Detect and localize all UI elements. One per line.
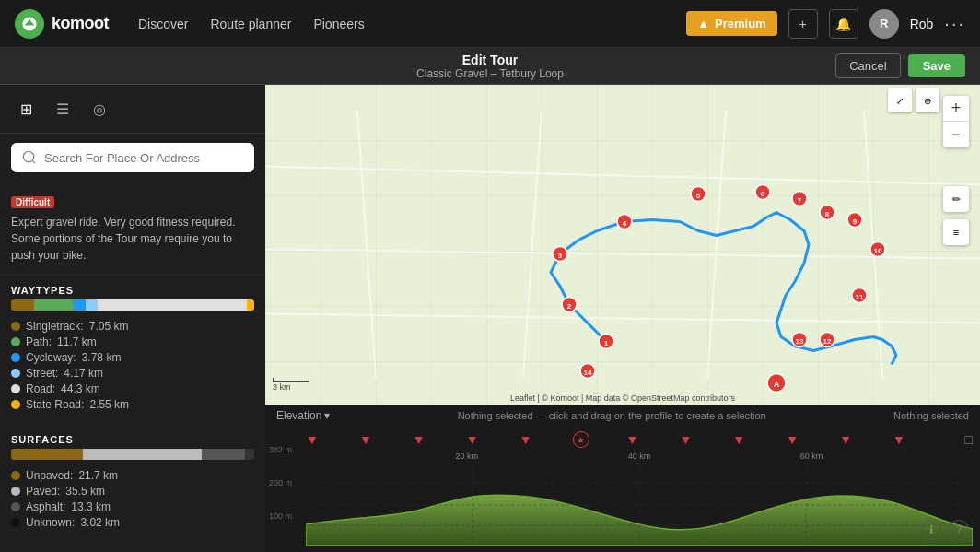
waytype-value: 11.7 km xyxy=(57,335,97,348)
scale-line xyxy=(273,378,309,382)
elevation-hint-right: Nothing selected xyxy=(893,410,969,421)
add-button[interactable]: + xyxy=(788,9,818,39)
waytype-dot xyxy=(11,353,20,362)
elevation-bottom-icons: ℹ ? xyxy=(921,520,969,540)
elevation-chart[interactable]: 382 m 200 m 100 m ▼ ▼ ▼ ▼ ▼ ★ ▼ ▼ ▼ ▼ xyxy=(265,426,980,546)
map-settings-button[interactable]: ≡ xyxy=(943,219,969,245)
elev-label-100: 100 m xyxy=(269,509,292,523)
elevation-info-button[interactable]: ℹ xyxy=(921,520,941,540)
elevation-label[interactable]: Elevation ▾ xyxy=(276,409,330,422)
surfaces-section: Unpaved: 21.7 km Paved: 35.5 km Asphalt:… xyxy=(0,449,265,543)
nav-pioneers[interactable]: Pioneers xyxy=(313,17,364,31)
svg-text:7: 7 xyxy=(798,196,802,205)
save-button[interactable]: Save xyxy=(908,54,965,77)
elev-waypoint-1: ▼ xyxy=(359,432,372,447)
svg-text:14: 14 xyxy=(584,369,592,377)
svg-text:A: A xyxy=(774,380,780,389)
sidebar: ⊞ ☰ ◎ Difficult Expert gravel ride. Very… xyxy=(0,85,265,552)
waytype-bar-segment xyxy=(34,299,73,311)
waytype-stat-row: Road: 44.3 km xyxy=(11,382,254,395)
scale-bar: 3 km xyxy=(273,378,309,392)
difficulty-badge: Difficult xyxy=(11,196,54,208)
notifications-button[interactable]: 🔔 xyxy=(829,9,858,39)
svg-text:11: 11 xyxy=(856,293,864,301)
elev-waypoint-5: ▼ xyxy=(626,432,639,447)
map-edit-button[interactable]: ✏ xyxy=(943,186,969,212)
surface-bar-segment xyxy=(11,449,83,460)
map-top-controls: ⤢ ⊕ xyxy=(888,88,939,112)
svg-text:12: 12 xyxy=(823,337,832,346)
waytype-value: 2.55 km xyxy=(89,398,129,411)
surface-dot xyxy=(11,502,20,511)
nav-discover[interactable]: Discover xyxy=(138,17,188,31)
surface-value: 21.7 km xyxy=(78,469,118,482)
waytype-dot xyxy=(11,384,20,393)
sidebar-view-controls: ⊞ ☰ ◎ xyxy=(0,85,265,134)
surface-dot xyxy=(11,487,20,496)
tour-description-text: Expert gravel ride. Very good fitness re… xyxy=(11,214,254,264)
waytype-dot xyxy=(11,322,20,331)
waytype-value: 3.78 km xyxy=(82,351,122,364)
elevation-panel: Elevation ▾ Nothing selected — click and… xyxy=(265,405,980,552)
elev-waypoint-2: ▼ xyxy=(413,432,426,447)
surface-label: Unknown: 3.02 km xyxy=(11,516,120,529)
waytype-value: 44.3 km xyxy=(61,382,100,395)
cancel-button[interactable]: Cancel xyxy=(835,53,900,78)
elev-waypoint-start: ▼ xyxy=(306,432,319,447)
svg-text:10: 10 xyxy=(874,247,882,255)
surface-dot xyxy=(11,518,20,527)
surface-stat-row: Unknown: 3.02 km xyxy=(11,516,254,529)
sidebar-preview-button[interactable]: ◎ xyxy=(85,94,114,123)
waytype-name: Street: xyxy=(26,367,58,380)
surfaces-stats: Unpaved: 21.7 km Paved: 35.5 km Asphalt:… xyxy=(11,469,254,529)
edit-tour-bar: Edit Tour Classic Gravel – Tetbury Loop … xyxy=(0,48,980,85)
waytype-name: Path: xyxy=(26,335,52,348)
waytype-stat-row: Singletrack: 7.05 km xyxy=(11,320,254,333)
waytype-dot xyxy=(11,369,20,378)
map-container[interactable]: A 1 2 3 4 5 6 xyxy=(265,85,980,405)
waytypes-title: WAYTYPES xyxy=(0,276,265,299)
zoom-out-button[interactable]: − xyxy=(943,122,969,147)
logo[interactable]: komoot xyxy=(15,9,109,39)
search-input[interactable] xyxy=(44,151,243,165)
map-area: A 1 2 3 4 5 6 xyxy=(265,85,980,552)
elevation-help-button[interactable]: ? xyxy=(949,520,969,540)
svg-line-3 xyxy=(707,112,726,379)
sidebar-list-view-button[interactable]: ☰ xyxy=(48,94,77,123)
waytype-bar-segment xyxy=(98,299,246,311)
elev-waypoint-4: ▼ xyxy=(519,432,532,447)
map-fullscreen-button[interactable]: ⤢ xyxy=(888,88,912,112)
search-box xyxy=(11,143,254,172)
map-attribution: Leaflet | © Komoot | Map data © OpenStre… xyxy=(510,393,735,403)
nav-route-planner[interactable]: Route planner xyxy=(210,17,291,31)
avatar[interactable]: R xyxy=(869,9,899,39)
waytypes-stats: Singletrack: 7.05 km Path: 11.7 km Cycle… xyxy=(11,320,254,411)
elev-label-200: 200 m xyxy=(269,476,292,490)
sidebar-map-view-button[interactable]: ⊞ xyxy=(11,94,41,123)
svg-line-1 xyxy=(357,112,376,379)
waytypes-section: Singletrack: 7.05 km Path: 11.7 km Cycle… xyxy=(0,299,265,425)
surface-value: 35.5 km xyxy=(65,485,105,498)
surface-name: Paved: xyxy=(26,485,60,498)
surface-stat-row: Paved: 35.5 km xyxy=(11,485,254,498)
premium-button[interactable]: ▲ Premium xyxy=(686,11,777,36)
search-icon xyxy=(22,150,37,165)
dist-60: 60 km xyxy=(800,452,823,461)
surface-label: Unpaved: 21.7 km xyxy=(11,469,118,482)
elevation-hint-left: Nothing selected — click and drag on the… xyxy=(458,410,766,421)
waytype-stat-row: Cycleway: 3.78 km xyxy=(11,351,254,364)
map-layers-button[interactable]: ⊕ xyxy=(916,88,939,112)
svg-text:1: 1 xyxy=(604,339,609,347)
nav-links: Discover Route planner Pioneers xyxy=(138,17,664,31)
waytype-name: Singletrack: xyxy=(26,320,84,333)
elev-endpoint: □ xyxy=(965,432,973,447)
elev-waypoint-3: ▼ xyxy=(466,432,479,447)
elev-waypoint-end: ▼ xyxy=(892,432,905,447)
surface-value: 13.3 km xyxy=(71,500,111,513)
zoom-in-button[interactable]: + xyxy=(943,96,969,122)
more-button[interactable]: ··· xyxy=(944,13,965,34)
svg-text:13: 13 xyxy=(796,337,804,346)
waytype-label: Cycleway: 3.78 km xyxy=(11,351,121,364)
waytype-value: 7.05 km xyxy=(89,320,129,333)
surface-bar-segment xyxy=(202,449,245,460)
